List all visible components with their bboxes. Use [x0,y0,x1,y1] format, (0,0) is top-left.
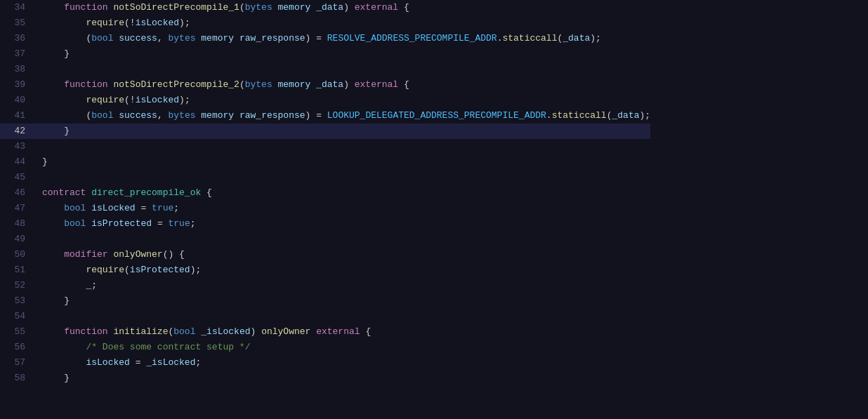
punct-token: ); [179,95,190,105]
code-text [37,139,42,154]
punct-token: ( [124,18,130,28]
line-number: 58 [0,371,37,386]
line-row: 38 [0,62,650,77]
kw2-token: bytes [245,79,272,90]
line-number: 56 [0,340,37,355]
line-row: 53 } [0,293,650,309]
code-editor: 34 function notSoDirectPrecompile_1(byte… [0,0,868,419]
line-row: 43 [0,139,650,154]
code-text: modifier onlyOwner() { [37,247,185,262]
line-number: 43 [0,139,37,154]
line-row: 41 (bool success, bytes memory raw_respo… [0,108,650,124]
kw-token: function [64,79,113,90]
line-row: 48 bool isProtected = true; [0,216,650,232]
punct-token: ( [124,95,130,105]
plain-token: { [360,326,371,337]
comment-token: /* Does some contract setup */ [86,342,250,352]
fn-token: onlyOwner [261,326,310,337]
param-token: isLocked [86,357,129,368]
punct-token: ); [640,110,651,121]
line-row: 39 function notSoDirectPrecompile_2(byte… [0,77,650,93]
plain-token [310,2,316,13]
kw2-token: bool [91,110,113,121]
line-number: 41 [0,108,37,124]
kw-token: contract [42,187,91,198]
code-text: } [37,46,70,62]
line-number: 55 [0,324,37,340]
plain-token [272,79,278,90]
line-row: 52 _; [0,278,650,293]
code-text: function notSoDirectPrecompile_2(bytes m… [37,77,409,93]
plain-token: , [157,110,169,121]
punct-token: } [64,48,70,59]
punct-token: () { [163,249,185,260]
line-number: 49 [0,232,37,247]
line-row: 37 } [0,46,650,62]
const-token: LOOKUP_DELEGATED_ADDRESS_PRECOMPILE_ADDR [327,110,546,121]
line-number: 40 [0,93,37,108]
plain-token: ; [190,218,196,229]
line-number: 53 [0,293,37,309]
line-row: 57 isLocked = _isLocked; [0,355,650,371]
param-token: _data [612,110,639,121]
punct-token: ); [590,33,601,44]
code-lines: 34 function notSoDirectPrecompile_1(byte… [0,0,650,419]
plain-token: = [136,203,152,213]
plain-token [234,110,239,121]
punct-token: } [64,295,70,306]
code-text: require(!isLocked); [37,93,190,108]
punct-token: } [42,157,48,167]
line-row: 40 require(!isLocked); [0,93,650,108]
line-row: 55 function initialize(bool _isLocked) o… [0,324,650,340]
kw2-token: bytes [168,33,195,44]
line-row: 56 /* Does some contract setup */ [0,340,650,355]
mem-token: memory [278,79,311,90]
code-text: function initialize(bool _isLocked) only… [37,324,371,340]
line-row: 47 bool isLocked = true; [0,201,650,216]
code-text: bool isLocked = true; [37,201,179,216]
line-number: 45 [0,170,37,185]
plain-token: { [398,2,409,13]
param-token: _isLocked [146,357,195,368]
param-token: _data [316,79,343,90]
code-text [37,309,42,324]
param-token: isLocked [136,18,179,28]
line-row: 36 (bool success, bytes memory raw_respo… [0,31,650,46]
line-number: 38 [0,62,37,77]
fn-token: notSoDirectPrecompile_1 [113,2,239,13]
fn-token: initialize [113,326,168,337]
line-number: 57 [0,355,37,371]
line-row: 35 require(!isLocked); [0,15,650,31]
punct-token: ! [130,18,136,28]
line-row: 54 [0,309,650,324]
line-number: 52 [0,278,37,293]
param-token: raw_response [239,110,305,121]
line-number: 35 [0,15,37,31]
punct-token: ) [343,2,355,13]
plain-token: ) = [305,110,327,121]
kw2-token: bool [64,203,86,213]
punct-token: . [546,110,552,121]
line-row: 44} [0,154,650,170]
fn-token: require [86,18,124,28]
code-text: } [37,371,70,386]
code-text: (bool success, bytes memory raw_response… [37,108,650,124]
param-token: _data [316,2,343,13]
plain-token: = [130,357,146,368]
line-row: 46contract direct_precompile_ok { [0,185,650,201]
kw2-token: bool [173,326,195,337]
code-text: /* Does some contract setup */ [37,340,250,355]
mem-token: memory [201,33,234,44]
code-text: require(!isLocked); [37,15,190,31]
punct-token: ) [251,326,262,337]
kw-token: function [64,326,113,337]
plain-token: { [201,187,212,198]
fn-token: require [86,95,124,105]
punct-token: ( [239,2,245,13]
punct-token: ); [179,18,190,28]
plain-token: = [152,218,168,229]
code-text [37,170,42,185]
plain-token: , [157,33,169,44]
line-number: 50 [0,247,37,262]
fn-token: notSoDirectPrecompile_2 [113,79,239,90]
